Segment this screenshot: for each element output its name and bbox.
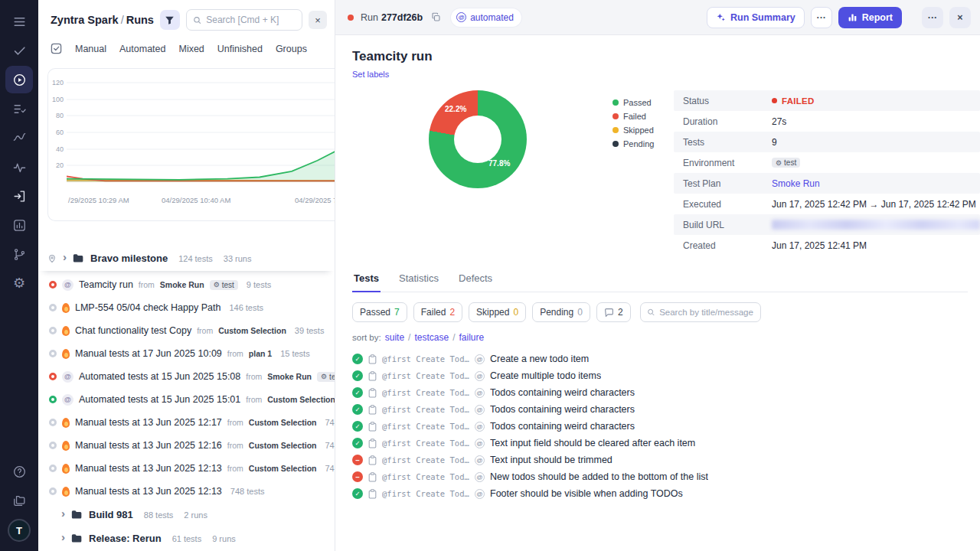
- chevron-right-icon[interactable]: ›: [63, 251, 67, 262]
- run-row[interactable]: Manual tests at 13 Jun 2025 12:16 from C…: [38, 434, 335, 457]
- test-row[interactable]: ✓ @first Create Todos… @ Todos containin…: [352, 384, 968, 401]
- group-row-release[interactable]: › Release: Rerun 61 tests 9 runs: [38, 527, 335, 550]
- run-row[interactable]: Chat functionality test Copy from Custom…: [38, 319, 335, 342]
- panel-search-input[interactable]: [206, 15, 296, 25]
- suite-tag[interactable]: @first Create Todos…: [382, 489, 469, 498]
- menu-icon[interactable]: [5, 8, 33, 35]
- tab-automated[interactable]: Automated: [119, 44, 165, 54]
- suite-tag[interactable]: @first Create Todos…: [382, 371, 469, 380]
- suite-tag[interactable]: @first Create Todos…: [382, 405, 469, 414]
- test-row[interactable]: ✓ @first Create Todos… @ Create a new to…: [352, 350, 968, 367]
- reports-chart-icon[interactable]: [5, 211, 33, 239]
- filter-failed[interactable]: Failed2: [413, 302, 462, 322]
- tab-manual[interactable]: Manual: [75, 44, 106, 54]
- suite-tag[interactable]: @first Create Todos…: [382, 455, 469, 465]
- tab-unfinished[interactable]: Unfinished: [217, 44, 263, 54]
- tab-tests[interactable]: Tests: [352, 272, 381, 292]
- user-avatar[interactable]: T: [8, 519, 31, 542]
- chevron-right-icon[interactable]: ›: [61, 531, 65, 543]
- runs-play-icon[interactable]: [5, 66, 33, 93]
- filter-button[interactable]: [160, 10, 180, 30]
- group-row-milestone[interactable]: › Bravo milestone 124 tests 33 runs: [38, 246, 335, 271]
- sort-by-suite[interactable]: suite: [385, 332, 404, 343]
- tab-groups[interactable]: Groups: [276, 44, 307, 54]
- suite-tag[interactable]: @first Create Todos…: [382, 439, 469, 448]
- group-row-build[interactable]: › Build 981 88 tests 2 runs: [38, 503, 335, 527]
- run-row[interactable]: LMP-554 05/04 check Happy Path 146 tests: [38, 296, 335, 319]
- filter-comments[interactable]: 2: [596, 302, 631, 322]
- select-all-icon[interactable]: [51, 43, 62, 54]
- tests-check-icon[interactable]: [5, 37, 33, 64]
- test-row[interactable]: ✓ @first Create Todos… @ Footer should b…: [352, 485, 968, 502]
- pulse-icon[interactable]: [5, 153, 33, 181]
- test-title[interactable]: Footer should be visible when adding TOD…: [490, 488, 683, 499]
- gear-glyph: ⚙: [13, 276, 25, 290]
- test-title[interactable]: New todos should be added to the bottom …: [490, 471, 708, 482]
- run-row[interactable]: Manual tests at 17 Jun 2025 10:09 from p…: [38, 342, 335, 365]
- panel-close-button[interactable]: ×: [309, 11, 327, 29]
- analytics-curve-icon[interactable]: [5, 124, 33, 152]
- tab-statistics[interactable]: Statistics: [397, 272, 440, 292]
- suite-tag[interactable]: @first Create Todos…: [382, 354, 469, 364]
- automated-badge[interactable]: @ automated: [451, 8, 521, 27]
- test-title[interactable]: Todos containing weird characters: [490, 387, 635, 398]
- test-row[interactable]: ✓ @first Create Todos… @ Create multiple…: [352, 367, 968, 384]
- tab-mixed[interactable]: Mixed: [178, 44, 204, 54]
- test-title[interactable]: Text input should be trimmed: [490, 455, 612, 465]
- run-row[interactable]: @ Teamcity run from Smoke Run ⚙test 9 te…: [38, 273, 335, 296]
- set-labels-link[interactable]: Set labels: [352, 70, 389, 79]
- run-row[interactable]: Manual tests at 13 Jun 2025 12:13 748 te…: [38, 480, 335, 503]
- tab-defects[interactable]: Defects: [457, 272, 494, 292]
- close-run-button[interactable]: ×: [949, 7, 971, 28]
- help-icon[interactable]: [5, 458, 33, 485]
- tests-search[interactable]: [640, 302, 761, 322]
- report-button[interactable]: Report: [838, 7, 902, 28]
- panel-search[interactable]: [186, 9, 302, 31]
- sort-by-failure[interactable]: failure: [459, 332, 484, 343]
- projects-folder-icon[interactable]: [5, 487, 33, 514]
- tests-search-input[interactable]: [659, 308, 753, 317]
- test-row[interactable]: ✓ @first Create Todos… @ Text input fiel…: [352, 435, 968, 452]
- test-title[interactable]: Todos containing weird characters: [490, 421, 635, 432]
- sparkles-icon: [716, 12, 726, 22]
- chevron-right-icon[interactable]: ›: [61, 507, 65, 519]
- test-title[interactable]: Create a new todo item: [490, 354, 589, 364]
- test-row[interactable]: − @first Create Todos… @ Text input shou…: [352, 452, 968, 468]
- panel-more-button[interactable]: ···: [922, 7, 943, 28]
- manual-run-flame-icon: [62, 464, 70, 474]
- test-plan-link[interactable]: Smoke Run: [772, 178, 820, 189]
- run-row[interactable]: Manual tests at 13 Jun 2025 12:17 from C…: [38, 411, 335, 434]
- run-row[interactable]: @ Automated tests at 15 Jun 2025 15:08 f…: [38, 365, 335, 388]
- test-failed-icon: −: [352, 471, 363, 482]
- branches-icon[interactable]: [5, 240, 33, 268]
- run-row[interactable]: Manual tests at 13 Jun 2025 12:13 from C…: [38, 457, 335, 480]
- more-actions-button[interactable]: ···: [811, 7, 832, 28]
- run-summary-button[interactable]: Run Summary: [707, 7, 805, 28]
- automated-test-icon: @: [475, 472, 485, 482]
- redacted-build-url[interactable]: [772, 220, 980, 230]
- breadcrumb-project[interactable]: Zyntra Spark: [51, 14, 119, 26]
- suite-tag[interactable]: @first Create Todos…: [382, 472, 469, 481]
- test-title[interactable]: Todos containing weird characters: [490, 404, 635, 415]
- suites-list-icon[interactable]: [5, 95, 33, 122]
- filter-passed[interactable]: Passed7: [352, 302, 407, 322]
- folder-icon: [73, 253, 84, 263]
- breadcrumb: Zyntra Spark/Runs: [51, 14, 154, 26]
- filter-skipped[interactable]: Skipped0: [469, 302, 526, 322]
- import-icon[interactable]: [5, 182, 33, 210]
- test-title[interactable]: Create multiple todo items: [490, 370, 601, 381]
- test-row[interactable]: ✓ @first Create Todos… @ Todos containin…: [352, 401, 968, 418]
- run-row[interactable]: @ Automated tests at 15 Jun 2025 15:01 f…: [38, 388, 335, 411]
- sort-by-testcase[interactable]: testcase: [414, 332, 449, 343]
- test-row[interactable]: ✓ @first Create Todos… @ Todos containin…: [352, 418, 968, 435]
- suite-tag[interactable]: @first Create Todos…: [382, 388, 469, 397]
- copy-run-id-button[interactable]: [430, 11, 443, 24]
- filter-pending[interactable]: Pending0: [532, 302, 590, 322]
- test-title[interactable]: Text input field should be cleared after…: [490, 438, 695, 448]
- run-title: Manual tests at 13 Jun 2025 12:17: [75, 417, 222, 428]
- run-count: 748 tests: [325, 441, 335, 450]
- settings-gear-icon[interactable]: ⚙: [5, 269, 33, 297]
- group-label: Build 981: [89, 509, 133, 520]
- suite-tag[interactable]: @first Create Todos…: [382, 422, 469, 431]
- test-row[interactable]: − @first Create Todos… @ New todos shoul…: [352, 468, 968, 485]
